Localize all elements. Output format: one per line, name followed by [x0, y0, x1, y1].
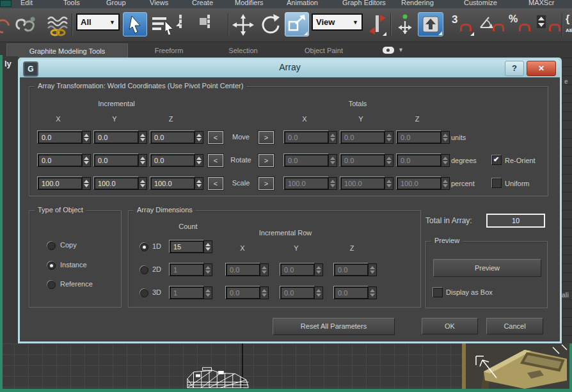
dim-2d-radio[interactable] — [140, 266, 148, 274]
uniform-checkbox[interactable] — [492, 178, 502, 188]
menu-edit[interactable]: Edit — [20, 0, 33, 8]
spinner-arrows[interactable] — [195, 177, 203, 190]
row3d-x-spinner[interactable]: 0.0 — [226, 286, 269, 299]
spinner-field[interactable]: 0.0 — [280, 286, 315, 299]
spinner-arrows[interactable] — [204, 240, 212, 253]
spinner-arrows[interactable] — [315, 286, 323, 299]
spinner-up-icon[interactable] — [140, 157, 145, 160]
menu-tools[interactable]: Tools — [63, 0, 80, 8]
spinner-up-icon[interactable] — [316, 266, 321, 269]
spinner-field[interactable]: 100.0 — [284, 177, 329, 190]
spinner-arrows[interactable] — [139, 154, 147, 167]
copy-radio[interactable] — [47, 242, 56, 250]
spinner-down-icon[interactable] — [316, 294, 321, 297]
window-crossing-toggle-icon[interactable] — [207, 15, 210, 28]
spinner-up-icon[interactable] — [386, 180, 392, 183]
row2d-y-spinner[interactable]: 0.0 — [280, 263, 323, 276]
menu-modifiers[interactable]: Modifiers — [235, 0, 264, 8]
spinner-down-icon[interactable] — [140, 138, 145, 141]
menu-maxscript[interactable]: MAXScr — [528, 0, 554, 8]
menu-customize[interactable]: Customize — [464, 0, 497, 8]
scale-inc-x-spinner[interactable]: 100.0 — [38, 177, 91, 190]
app-button[interactable] — [0, 0, 12, 7]
spinner-field[interactable]: 0.0 — [334, 286, 369, 299]
spinner-down-icon[interactable] — [84, 184, 89, 187]
spinner-arrows[interactable] — [441, 177, 450, 190]
spinner-arrows[interactable] — [195, 154, 203, 167]
rotate-inc-z-spinner[interactable]: 0.0 — [150, 154, 203, 167]
spinner-up-icon[interactable] — [262, 289, 267, 292]
spinner-field[interactable]: 1 — [170, 263, 204, 276]
scale-total-z-spinner[interactable]: 100.0 — [397, 177, 450, 190]
spinner-field[interactable]: 100.0 — [340, 177, 385, 190]
spinner-field[interactable]: 0.0 — [38, 154, 83, 167]
count-1d-spinner[interactable]: 15 — [170, 240, 212, 253]
dialog-titlebar[interactable]: G Array ? ✕ — [20, 59, 560, 77]
spinner-arrows[interactable] — [83, 177, 91, 190]
spinner-field[interactable]: 0.0 — [226, 286, 260, 299]
spinner-down-icon[interactable] — [196, 138, 202, 141]
spinner-down-icon[interactable] — [330, 184, 335, 187]
spinner-arrows[interactable] — [260, 263, 269, 276]
menu-graph-editors[interactable]: Graph Editors — [342, 0, 386, 8]
row2d-x-spinner[interactable]: 0.0 — [226, 263, 269, 276]
ribbon-options-icon[interactable] — [383, 47, 394, 54]
menu-animation[interactable]: Animation — [287, 0, 318, 8]
select-object-button[interactable] — [123, 12, 147, 36]
spinner-up-icon[interactable] — [140, 180, 145, 183]
spinner-up-icon[interactable] — [84, 157, 89, 160]
spinner-down-icon[interactable] — [443, 161, 448, 164]
spinner-down-icon[interactable] — [386, 184, 392, 187]
spinner-up-icon[interactable] — [386, 157, 392, 160]
spinner-up-icon[interactable] — [443, 134, 448, 137]
spinner-arrows[interactable] — [204, 263, 212, 276]
reset-all-parameters-button[interactable]: Reset All Parameters — [273, 318, 395, 335]
spinner-up-icon[interactable] — [205, 289, 211, 292]
spinner-field[interactable]: 0.0 — [150, 154, 195, 167]
dim-1d-label[interactable]: 1D — [152, 242, 161, 250]
reference-label[interactable]: Reference — [60, 280, 93, 288]
spinner-down-icon[interactable] — [386, 138, 392, 141]
viewport[interactable] — [0, 343, 572, 389]
dim-1d-radio[interactable] — [140, 243, 148, 251]
rotate-inc-x-spinner[interactable]: 0.0 — [38, 154, 91, 167]
spinner-down-icon[interactable] — [386, 161, 392, 164]
spinner-field[interactable]: 0.0 — [397, 154, 441, 167]
spinner-arrows[interactable] — [83, 154, 91, 167]
display-as-box-checkbox[interactable] — [433, 288, 443, 297]
use-pivot-point-center-button[interactable] — [418, 12, 443, 36]
spinner-down-icon[interactable] — [84, 161, 89, 164]
spinner-down-icon[interactable] — [205, 247, 211, 251]
spinner-arrows[interactable] — [329, 177, 337, 190]
reorient-checkbox[interactable] — [492, 155, 502, 165]
move-left-button[interactable]: < — [208, 131, 223, 144]
dim-3d-label[interactable]: 3D — [152, 288, 161, 296]
spinner-arrows[interactable] — [441, 154, 450, 167]
scale-inc-y-spinner[interactable]: 100.0 — [94, 177, 147, 190]
spinner-down-icon[interactable] — [196, 161, 202, 164]
spinner-up-icon[interactable] — [205, 266, 211, 269]
move-inc-x-spinner[interactable]: 0.0 — [38, 131, 91, 144]
spinner-arrows[interactable] — [385, 131, 393, 144]
spinner-down-icon[interactable] — [443, 184, 448, 187]
spinner-up-icon[interactable] — [330, 157, 335, 160]
select-and-move-icon[interactable] — [232, 13, 255, 39]
row2d-z-spinner[interactable]: 0.0 — [334, 263, 377, 276]
spinner-field[interactable]: 0.0 — [397, 131, 441, 144]
spinner-field[interactable]: 0.0 — [334, 263, 369, 276]
tab-freeform[interactable]: Freeform — [136, 43, 202, 58]
spinner-arrows[interactable] — [385, 154, 393, 167]
spinner-snap-toggle-icon[interactable] — [536, 13, 560, 36]
percent-snap-toggle-icon[interactable]: % — [509, 13, 533, 36]
spinner-up-icon[interactable] — [370, 266, 375, 269]
wireframe-object[interactable] — [181, 366, 255, 389]
menu-rendering[interactable]: Rendering — [401, 0, 434, 8]
instance-radio[interactable] — [47, 262, 56, 270]
bind-to-space-warp-icon[interactable] — [46, 14, 70, 40]
spinner-field[interactable]: 100.0 — [38, 177, 83, 190]
spinner-up-icon[interactable] — [330, 134, 335, 137]
spinner-field[interactable]: 0.0 — [226, 263, 260, 276]
tab-graphite-modeling-tools[interactable]: Graphite Modeling Tools — [6, 43, 128, 58]
spinner-field[interactable]: 0.0 — [150, 131, 195, 144]
rotate-inc-y-spinner[interactable]: 0.0 — [94, 154, 147, 167]
